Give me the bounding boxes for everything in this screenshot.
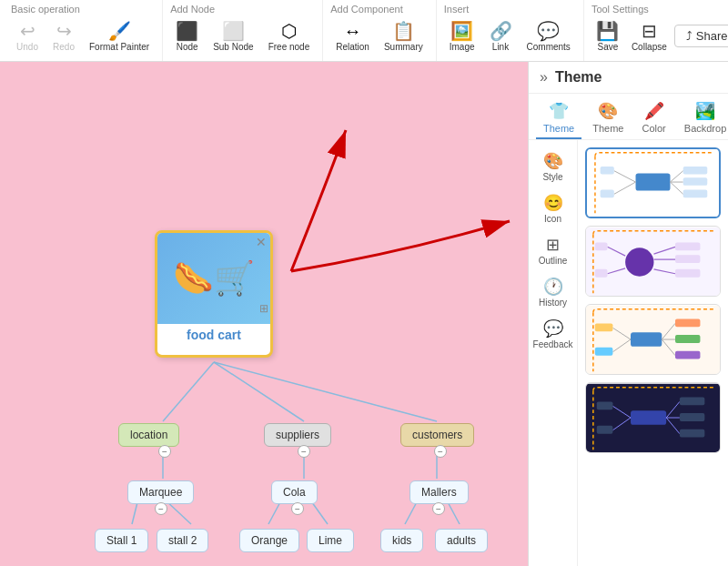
insert-items: 🖼️ Image 🔗 Link 💬 Comments — [444, 16, 576, 57]
tab-backdrop[interactable]: 🏞️ Backdrop — [677, 97, 728, 139]
group-label-add-node: Add Node — [170, 4, 215, 15]
summary-label: Summary — [384, 42, 423, 52]
stall1-node[interactable]: Stall 1 — [95, 529, 148, 552]
kids-node[interactable]: kids — [380, 529, 423, 552]
comments-button[interactable]: 💬 Comments — [521, 20, 576, 54]
cola-expand[interactable]: − — [291, 502, 304, 515]
relation-button[interactable]: ↔️ Relation — [330, 20, 375, 54]
suppliers-node[interactable]: suppliers — [264, 423, 331, 447]
svg-rect-56 — [680, 430, 704, 438]
side-icon-feedback[interactable]: 💬 Feedback — [531, 315, 575, 353]
side-icon-outline[interactable]: ⊞ Outline — [531, 231, 575, 269]
svg-line-1 — [214, 362, 304, 421]
theme-card-2[interactable] — [585, 226, 721, 297]
location-node[interactable]: location — [118, 423, 179, 447]
customers-node[interactable]: customers — [400, 423, 474, 447]
feedback-icon: 💬 — [543, 318, 563, 339]
svg-rect-36 — [595, 269, 608, 278]
link-label: Link — [492, 42, 509, 52]
node-button[interactable]: ⬛ Node — [170, 20, 204, 54]
node-icon: ⬛ — [176, 22, 198, 40]
color-tab-icon: 🖍️ — [644, 101, 664, 121]
lime-node[interactable]: Lime — [307, 529, 354, 552]
root-expand-button[interactable]: ⊞ — [259, 302, 268, 315]
svg-rect-48 — [595, 348, 613, 356]
svg-rect-32 — [675, 269, 700, 278]
side-icon-history[interactable]: 🕐 History — [531, 273, 575, 311]
format-painter-button[interactable]: 🖌️ Format Painter — [84, 20, 155, 54]
share-button[interactable]: ⤴ Share — [674, 25, 728, 47]
undo-button[interactable]: ↩ Undo — [11, 20, 44, 54]
sub-node-button[interactable]: ⬜ Sub Node — [207, 20, 258, 54]
svg-rect-60 — [597, 426, 613, 434]
image-icon: 🖼️ — [450, 22, 473, 40]
mallers-expand[interactable]: − — [432, 502, 445, 515]
comments-icon: 💬 — [537, 22, 560, 40]
sub-node-label: Sub Node — [213, 42, 253, 52]
image-button[interactable]: 🖼️ Image — [444, 20, 480, 54]
group-label-tool-settings: Tool Settings — [592, 4, 728, 15]
feedback-label: Feedback — [533, 339, 573, 349]
theme-preview-3 — [586, 305, 720, 375]
suppliers-expand[interactable]: − — [298, 445, 310, 458]
toolbar: Basic operation ↩ Undo ↪ Redo 🖌️ Format … — [0, 0, 728, 62]
outline-label: Outline — [539, 256, 568, 266]
root-node-image: 🌭🛒 — [157, 233, 270, 324]
theme-card-4[interactable] — [585, 382, 721, 453]
side-icon-icon[interactable]: 😊 Icon — [531, 189, 575, 227]
stall2-node[interactable]: stall 2 — [157, 529, 208, 552]
save-button[interactable]: 💾 Save — [592, 20, 624, 52]
adults-label: adults — [447, 534, 476, 547]
backdrop-tab-icon: 🏞️ — [695, 101, 715, 121]
undo-label: Undo — [16, 42, 38, 52]
format-painter-label: Format Painter — [89, 42, 149, 52]
svg-rect-59 — [597, 401, 613, 409]
free-node-button[interactable]: ⬡ Free node — [263, 20, 316, 54]
svg-rect-30 — [675, 242, 700, 250]
cola-node[interactable]: Cola — [271, 480, 318, 504]
root-node[interactable]: 🌭🛒 food cart ✕ ⊞ — [155, 230, 273, 358]
marquee-expand[interactable]: − — [155, 502, 167, 515]
main-area: 🌭🛒 food cart ✕ ⊞ location − suppliers − … — [0, 62, 728, 566]
cola-label: Cola — [283, 486, 306, 499]
marquee-node[interactable]: Marquee — [127, 480, 194, 504]
collapse-button[interactable]: ⊟ Collapse — [632, 20, 667, 52]
root-close-button[interactable]: ✕ — [256, 235, 267, 249]
orange-node[interactable]: Orange — [239, 529, 299, 552]
link-button[interactable]: 🔗 Link — [484, 20, 518, 54]
history-icon: 🕐 — [543, 277, 563, 297]
theme-card-1[interactable] — [585, 147, 721, 218]
comments-label: Comments — [527, 42, 571, 52]
tab-color-label: Color — [642, 123, 666, 134]
orange-label: Orange — [251, 534, 288, 547]
collapse-label: Collapse — [632, 42, 667, 52]
theme-preview-1 — [587, 149, 719, 217]
theme-card-3[interactable] — [585, 304, 721, 375]
side-icon-style[interactable]: 🎨 Style — [531, 147, 575, 186]
customers-expand[interactable]: − — [434, 445, 447, 458]
summary-icon: 📋 — [392, 22, 415, 40]
right-panel: » Theme 👕 Theme 🎨 Theme 🖍️ Color 🏞️ Back… — [528, 62, 728, 566]
svg-rect-38 — [631, 332, 662, 347]
add-node-items: ⬛ Node ⬜ Sub Node ⬡ Free node — [170, 16, 315, 57]
tab-theme-icon[interactable]: 👕 Theme — [536, 97, 581, 139]
mallers-node[interactable]: Mallers — [410, 480, 469, 504]
relation-icon: ↔️ — [344, 22, 362, 40]
canvas[interactable]: 🌭🛒 food cart ✕ ⊞ location − suppliers − … — [0, 62, 528, 566]
panel-side-icons: 🎨 Style 😊 Icon ⊞ Outline 🕐 History 💬 — [529, 140, 578, 566]
svg-point-26 — [625, 248, 653, 276]
location-expand[interactable]: − — [158, 445, 171, 458]
tab-color[interactable]: 🖍️ Color — [635, 97, 673, 139]
adults-node[interactable]: adults — [435, 529, 488, 552]
svg-line-2 — [214, 362, 437, 421]
tab-theme-text[interactable]: 🎨 Theme — [585, 97, 631, 139]
svg-rect-50 — [631, 410, 666, 425]
basic-items: ↩ Undo ↪ Redo 🖌️ Format Painter — [11, 16, 155, 57]
panel-collapse-button[interactable]: » — [540, 69, 548, 86]
panel-title: Theme — [555, 69, 602, 86]
tab-theme-icon-label: Theme — [543, 123, 574, 134]
redo-button[interactable]: ↪ Redo — [47, 20, 80, 54]
save-label: Save — [597, 42, 618, 52]
link-icon: 🔗 — [490, 22, 512, 40]
summary-button[interactable]: 📋 Summary — [379, 20, 429, 54]
